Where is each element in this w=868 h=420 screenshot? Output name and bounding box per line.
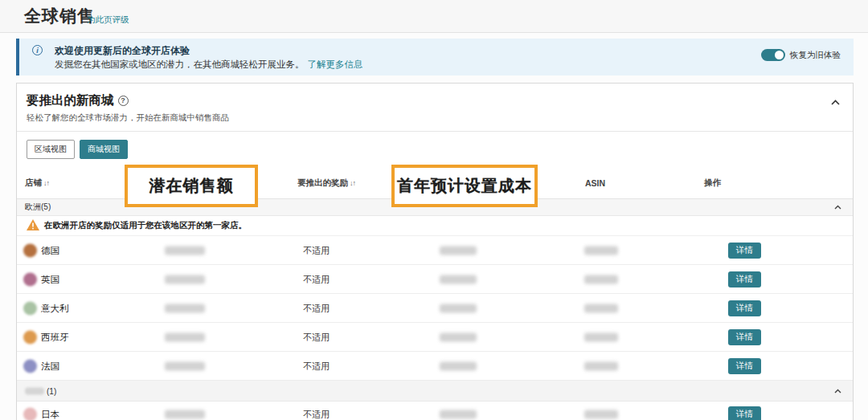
- new-marketplaces-card: 要推出的新商城? 轻松了解您的全球市场潜力，开始在新商城中销售商品 区域视图 商…: [16, 83, 854, 420]
- banner-title: 欢迎使用更新后的全球开店体验: [55, 44, 190, 58]
- details-button[interactable]: 详情: [728, 329, 761, 345]
- toggle-label: 恢复为旧体验: [790, 50, 841, 61]
- redacted-potential-sales: [165, 275, 205, 283]
- table-row-japan: 日本 不适用 详情: [17, 402, 853, 420]
- view-tabs: 区域视图 商城视图: [17, 132, 853, 167]
- banner-description-text: 发掘您在其他国家或地区的潜力，在其他商城轻松开展业务。: [55, 59, 305, 69]
- japan-flag-icon: [23, 407, 37, 420]
- redacted-setup-cost: [440, 332, 477, 341]
- redacted-potential-sales: [165, 304, 205, 312]
- details-button[interactable]: 详情: [728, 300, 761, 316]
- redacted-setup-cost: [440, 361, 477, 370]
- collapse-group-chevron-icon[interactable]: [834, 389, 841, 393]
- marketplace-table: 潜在销售额 首年预计设置成本 店铺↓↑ 要推出的奖励↓↑ ASIN 操作 欧洲(…: [17, 167, 853, 420]
- info-icon: i: [32, 45, 43, 55]
- page-header: 全球销售 为此页评级: [0, 0, 868, 33]
- sort-icon: ↓↑: [350, 179, 355, 187]
- legacy-toggle-group: 恢复为旧体验: [761, 49, 841, 61]
- warning-text: 在欧洲开店的奖励仅适用于您在该地区开的第一家店。: [44, 220, 247, 231]
- country-name: 法国: [41, 360, 59, 372]
- learn-more-link[interactable]: 了解更多信息: [308, 59, 363, 69]
- details-button[interactable]: 详情: [728, 358, 761, 374]
- sort-icon: ↓↑: [43, 179, 49, 187]
- europe-warning-row: 在欧洲开店的奖励仅适用于您在该地区开的第一家店。: [17, 216, 853, 236]
- details-button[interactable]: 详情: [728, 406, 761, 420]
- collapse-card-chevron-icon[interactable]: [831, 100, 840, 105]
- italy-flag-icon: [23, 301, 37, 315]
- uk-flag-icon: [23, 272, 37, 286]
- redacted-region-name: [25, 387, 44, 394]
- card-header: 要推出的新商城? 轻松了解您的全球市场潜力，开始在新商城中销售商品: [17, 84, 853, 132]
- tab-marketplace-view[interactable]: 商城视图: [80, 140, 128, 159]
- redacted-asin: [584, 304, 618, 312]
- redacted-setup-cost: [440, 246, 477, 255]
- country-name: 日本: [41, 408, 59, 420]
- table-row-spain: 西班牙 不适用 详情: [17, 323, 853, 352]
- callout-setup-cost: 首年预计设置成本: [391, 165, 538, 207]
- redacted-potential-sales: [165, 361, 205, 370]
- header-incentive-sort[interactable]: 要推出的奖励↓↑: [297, 177, 355, 189]
- country-name: 意大利: [41, 302, 69, 314]
- incentive-value: 不适用: [303, 244, 330, 256]
- table-row-france: 法国 不适用 详情: [17, 352, 853, 381]
- redacted-setup-cost: [440, 410, 477, 418]
- country-name: 英国: [41, 273, 59, 285]
- france-flag-icon: [23, 359, 37, 373]
- welcome-banner: i 欢迎使用更新后的全球开店体验 发掘您在其他国家或地区的潜力，在其他商城轻松开…: [16, 39, 854, 75]
- toggle-knob: [775, 51, 784, 59]
- incentive-value: 不适用: [303, 360, 330, 372]
- incentive-value: 不适用: [303, 273, 330, 285]
- redacted-potential-sales: [165, 332, 205, 341]
- group-label: (1): [25, 386, 56, 395]
- table-row-uk: 英国 不适用 详情: [17, 265, 853, 294]
- group-label: 欧洲(5): [25, 202, 51, 213]
- redacted-asin: [584, 332, 618, 341]
- page-title: 全球销售: [24, 5, 95, 27]
- incentive-value: 不适用: [303, 302, 330, 314]
- header-action: 操作: [704, 177, 721, 189]
- banner-description: 发掘您在其他国家或地区的潜力，在其他商城轻松开展业务。了解更多信息: [55, 59, 363, 71]
- spain-flag-icon: [23, 330, 37, 344]
- redacted-potential-sales: [165, 246, 205, 255]
- tab-region-view[interactable]: 区域视图: [27, 140, 75, 159]
- redacted-potential-sales: [165, 410, 205, 418]
- redacted-asin: [584, 246, 618, 255]
- details-button[interactable]: 详情: [728, 271, 761, 287]
- help-icon[interactable]: ?: [118, 96, 129, 106]
- redacted-setup-cost: [440, 304, 477, 312]
- details-button[interactable]: 详情: [728, 243, 761, 259]
- country-name: 德国: [41, 244, 59, 256]
- callout-potential-sales: 潜在销售额: [125, 165, 258, 207]
- table-row-italy: 意大利 不适用 详情: [17, 294, 853, 323]
- incentive-value: 不适用: [303, 331, 330, 343]
- country-name: 西班牙: [41, 331, 69, 343]
- header-store-sort[interactable]: 店铺↓↑: [25, 177, 49, 189]
- redacted-setup-cost: [440, 275, 477, 283]
- redacted-asin: [584, 361, 618, 370]
- group-row-asia[interactable]: (1): [17, 381, 853, 402]
- card-title: 要推出的新商城: [27, 92, 114, 109]
- card-subtitle: 轻松了解您的全球市场潜力，开始在新商城中销售商品: [27, 112, 841, 124]
- table-row-germany: 德国 不适用 详情: [17, 236, 853, 265]
- germany-flag-icon: [23, 243, 37, 257]
- restore-old-experience-toggle[interactable]: [761, 49, 785, 61]
- incentive-value: 不适用: [303, 408, 330, 420]
- collapse-group-chevron-icon[interactable]: [834, 205, 841, 210]
- redacted-asin: [584, 275, 618, 283]
- warning-icon: [27, 219, 39, 234]
- redacted-asin: [584, 410, 618, 418]
- rate-page-link[interactable]: 为此页评级: [87, 14, 129, 26]
- header-asin: ASIN: [585, 178, 605, 188]
